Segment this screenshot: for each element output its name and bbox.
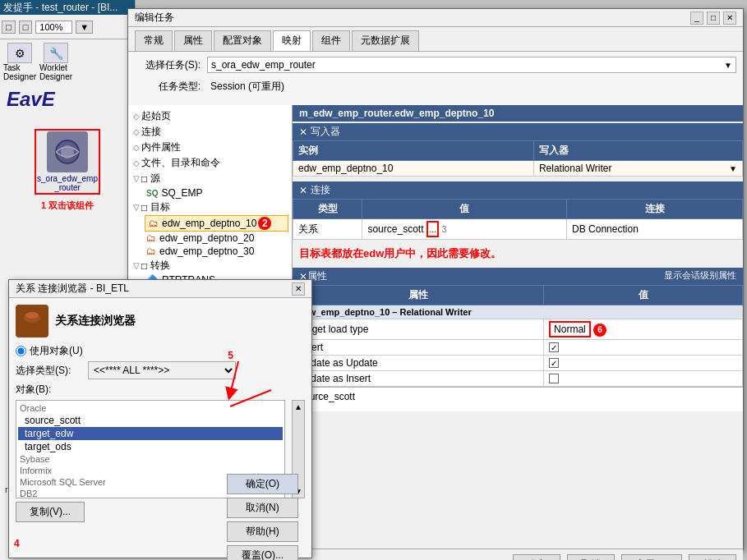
tree-item-source[interactable]: ▽□源 (131, 171, 288, 186)
tree-item-deptno20[interactable]: 🗂edw_emp_deptno_20 (145, 232, 288, 245)
conn-col-value: 值 (362, 200, 567, 219)
task-select-row: 选择任务(S): s_ora_edw_emp_router ▼ (135, 57, 736, 73)
annotation-5-rel: 5 (228, 350, 233, 361)
override-btn[interactable]: 覆盖(O)... (227, 545, 298, 560)
task-select-text: s_ora_edw_emp_router (211, 59, 316, 71)
props-row-insert: Insert (293, 340, 743, 356)
props-section-header: ✕ 属性 显示会话级别属性 (293, 268, 743, 285)
conn-col-connection: 连接 (567, 200, 743, 219)
target-edw-item[interactable]: target_edw (18, 427, 283, 440)
tab-config[interactable]: 配置对象 (214, 30, 271, 51)
tree-item-files[interactable]: ◇文件、目录和命令 (131, 155, 288, 171)
footer-cancel-btn[interactable]: 取消 (567, 554, 615, 560)
conn-section-header: ✕ 连接 (293, 181, 743, 199)
props-value-insert (544, 340, 743, 356)
app-title: 发提手 - test_router - [BI... (3, 1, 118, 15)
svg-point-4 (25, 312, 39, 319)
writer-dropdown[interactable]: ▼ (729, 164, 737, 173)
select-type-dropdown[interactable]: <<**** ALL ****>> (88, 361, 236, 379)
tree-item-transform[interactable]: ▽□转换 (131, 258, 288, 273)
worklet-designer-btn[interactable]: 🔧 WorkletDesigner (39, 43, 72, 81)
target-ods-item[interactable]: target_ods (18, 440, 283, 453)
rel-dialog-close[interactable]: ✕ (292, 282, 305, 296)
annotation-4: 4 (14, 538, 20, 549)
props-table: 属性 值 edw_emp_deptno_10 – Relational Writ… (293, 285, 743, 387)
edit-dialog-title: 编辑任务 (135, 11, 174, 25)
dialog-maximize[interactable]: □ (707, 11, 720, 25)
update-as-insert-checkbox[interactable] (549, 374, 559, 383)
task-select-value[interactable]: s_ora_edw_emp_router ▼ (207, 57, 736, 73)
tree-item-deptno10[interactable]: 🗂edw_emp_deptno_10 2 (145, 215, 288, 232)
task-designer-btn[interactable]: ⚙ TaskDesigner (3, 43, 36, 81)
writer-col-writer: 写入器 (533, 141, 742, 161)
props-col-prop: 属性 (293, 286, 544, 305)
props-value-update-as-insert (544, 371, 743, 387)
task-select-label: 选择任务(S): (135, 58, 201, 72)
props-row-update-as-update: Update as Update (293, 356, 743, 371)
tree-item-target[interactable]: ▽□目标 (131, 200, 288, 215)
component-box[interactable]: s_ora_edw_emp_router (35, 129, 100, 195)
show-session-props[interactable]: 显示会话级别属性 (664, 269, 736, 283)
tree-item-inner-props[interactable]: ◇内件属性 (131, 140, 288, 155)
rel-dialog: 关系 连接浏览器 - BI_ETL ✕ 关系连接浏览器 使用对象(U) 选择类型… (8, 279, 312, 558)
tab-properties[interactable]: 属性 (174, 30, 212, 51)
zoom-level: 100% (35, 21, 72, 34)
tab-metadata[interactable]: 元数据扩展 (352, 30, 419, 51)
task-designer-icon: ⚙ (7, 43, 32, 63)
eave-text: EavE (7, 88, 55, 110)
scroll-up[interactable]: ▲ (294, 402, 302, 411)
rel-browser-icon (16, 305, 48, 337)
props-value-target-load: Normal 6 (544, 319, 743, 340)
copy-btn[interactable]: 复制(V)... (16, 502, 85, 522)
oracle-group: Oracle (18, 402, 283, 414)
zoom-dropdown[interactable]: ▼ (76, 21, 93, 34)
tree-item-connect[interactable]: ◇连接 (131, 124, 288, 140)
props-prop-target-load: Target load type (293, 319, 544, 340)
insert-checkbox[interactable] (549, 342, 559, 352)
props-row-target-load: Target load type Normal 6 (293, 319, 743, 340)
conn-expand[interactable]: ✕ (299, 185, 307, 196)
footer-apply-btn[interactable]: 应用(A) (621, 554, 682, 560)
writer-type-cell: Relational Writer ▼ (533, 161, 742, 177)
toolbar-btn-1[interactable]: □ (2, 21, 16, 34)
task-type-label: 任务类型: (135, 80, 201, 94)
tab-mapping[interactable]: 映射 (273, 30, 311, 51)
confirm-btn[interactable]: 确定(O) (227, 474, 298, 494)
dialog-minimize[interactable]: _ (690, 11, 703, 25)
sybase-group: Sybase (18, 453, 283, 465)
writer-expand[interactable]: ✕ (299, 126, 307, 138)
tree-item-sq-emp[interactable]: SQSQ_EMP (145, 186, 288, 200)
rel-buttons: 确定(O) 取消(N) 帮助(H) 覆盖(O)... 删除(D) 新建(W)..… (227, 474, 298, 560)
footer-help-btn[interactable]: 帮助 (689, 554, 736, 560)
designer-area: ⚙ TaskDesigner 🔧 WorkletDesigner (0, 39, 135, 85)
component-area: s_ora_edw_emp_router 1 双击该组件 (0, 122, 135, 218)
tree-indent-sq: SQSQ_EMP (131, 186, 288, 200)
footer-confirm-btn[interactable]: 确定 (513, 554, 560, 560)
object-row: 对象(B): (16, 383, 305, 397)
props-prop-update-as-update: Update as Update (293, 356, 544, 371)
annotation-3-badge: 3 (442, 225, 447, 234)
use-object-label: 使用对象(U) (30, 344, 83, 358)
conn-browse-btn[interactable]: ... (427, 221, 438, 237)
dialog-close[interactable]: ✕ (723, 11, 736, 25)
browse-icon: ... (429, 225, 436, 234)
cancel-btn[interactable]: 取消(N) (227, 498, 298, 518)
edit-dialog-title-bar: 编辑任务 _ □ ✕ (128, 9, 743, 27)
writer-col-instance: 实例 (293, 141, 534, 161)
use-object-radio[interactable] (16, 346, 26, 356)
dialog-tabs: 常规 属性 配置对象 映射 组件 元数据扩展 (128, 27, 743, 52)
props-col-value: 值 (544, 286, 743, 305)
props-prop-update-as-insert: Update as Insert (293, 371, 544, 387)
help-btn[interactable]: 帮助(H) (227, 521, 298, 542)
component-label: s_ora_edw_emp_router (37, 174, 98, 192)
tree-item-deptno30[interactable]: 🗂edw_emp_deptno_30 (145, 245, 288, 258)
tree-item-start[interactable]: ◇起始页 (131, 108, 288, 124)
conn-type-cell: 关系 (293, 219, 362, 240)
tab-components[interactable]: 组件 (312, 30, 350, 51)
select-type-label: 选择类型(S): (16, 364, 81, 378)
writer-table: 实例 写入器 edw_emp_deptno_10 Relational Writ… (293, 140, 743, 177)
source-scott-item[interactable]: source_scott (18, 414, 283, 427)
toolbar-btn-2[interactable]: □ (19, 21, 33, 34)
update-as-update-checkbox[interactable] (549, 358, 559, 368)
tab-general[interactable]: 常规 (135, 30, 173, 51)
